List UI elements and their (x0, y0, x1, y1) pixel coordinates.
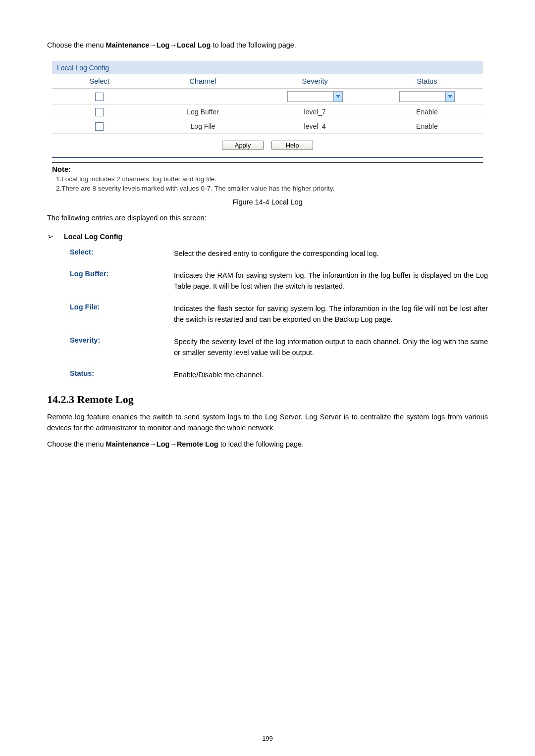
cell-status: Enable (371, 105, 483, 119)
cell-severity: level_7 (259, 105, 371, 119)
field-select: Select: Select the desired entry to conf… (70, 248, 488, 259)
field-label: Select: (70, 248, 174, 259)
select-all-checkbox[interactable] (95, 93, 104, 101)
note-block: Note: 1.Local log includes 2 channels: l… (52, 162, 483, 192)
field-definitions: Select: Select the desired entry to conf… (70, 248, 488, 381)
intro-text: The following entries are displayed on t… (47, 213, 488, 224)
field-desc: Indicates the flash sector for saving sy… (174, 303, 488, 325)
note-title: Note: (52, 165, 483, 173)
chevron-down-icon (445, 92, 454, 101)
panel-title: Local Log Config (52, 61, 483, 74)
menu-path: Maintenance→Log→Remote Log (106, 440, 218, 448)
col-status: Status (371, 74, 483, 89)
field-severity: Severity: Specify the severity level of … (70, 336, 488, 358)
section-title: Local Log Config (64, 233, 122, 241)
field-log-file: Log File: Indicates the flash sector for… (70, 303, 488, 325)
page-number: 199 (0, 735, 535, 742)
table-row: Log Buffer level_7 Enable (52, 105, 483, 119)
cell-severity: level_4 (259, 119, 371, 133)
menu-suffix: to load the following page. (211, 41, 296, 49)
col-severity: Severity (259, 74, 371, 89)
col-select: Select (52, 74, 147, 89)
menu-suffix: to load the following page. (218, 440, 304, 448)
cell-channel: Log Buffer (147, 105, 259, 119)
remote-log-paragraph: Remote log feature enables the switch to… (47, 412, 488, 434)
cell-channel: Log File (147, 119, 259, 133)
note-divider (52, 162, 483, 163)
field-label: Log File: (70, 303, 174, 325)
panel-button-bar: Apply Help (52, 134, 483, 157)
field-label: Log Buffer: (70, 270, 174, 292)
field-label: Status: (70, 369, 174, 380)
figure-caption: Figure 14-4 Local Log (47, 198, 488, 206)
field-desc: Select the desired entry to configure th… (174, 248, 488, 259)
note-line-2: 2.There are 8 severity levels marked wit… (56, 185, 483, 192)
severity-dropdown[interactable] (287, 91, 343, 102)
cell-status: Enable (371, 119, 483, 133)
menu-path-local: Choose the menu Maintenance→Log→Local Lo… (47, 40, 488, 51)
field-desc: Specify the severity level of the log in… (174, 336, 488, 358)
row-checkbox[interactable] (95, 108, 104, 116)
table-row: Log File level_4 Enable (52, 119, 483, 133)
table-row (52, 89, 483, 105)
config-table: Select Channel Severity Status (52, 74, 483, 134)
note-line-1: 1.Local log includes 2 channels: log buf… (56, 175, 483, 183)
col-channel: Channel (147, 74, 259, 89)
local-log-config-panel: Local Log Config Select Channel Severity… (52, 61, 483, 158)
field-desc: Enable/Disable the channel. (174, 369, 488, 380)
menu-path: Maintenance→Log→Local Log (106, 41, 211, 49)
menu-path-remote: Choose the menu Maintenance→Log→Remote L… (47, 439, 488, 450)
chevron-down-icon (333, 92, 342, 101)
cell-channel (147, 89, 259, 105)
field-label: Severity: (70, 336, 174, 358)
status-dropdown[interactable] (399, 91, 455, 102)
bullet-icon: ➢ (47, 232, 64, 241)
section-heading-remote-log: 14.2.3 Remote Log (47, 393, 488, 406)
menu-prefix: Choose the menu (47, 41, 106, 49)
help-button[interactable]: Help (271, 141, 313, 150)
table-header-row: Select Channel Severity Status (52, 74, 483, 89)
section-header: ➢ Local Log Config (47, 232, 488, 241)
apply-button[interactable]: Apply (222, 141, 264, 150)
field-desc: Indicates the RAM for saving system log.… (174, 270, 488, 292)
field-status: Status: Enable/Disable the channel. (70, 369, 488, 380)
menu-prefix: Choose the menu (47, 440, 106, 448)
row-checkbox[interactable] (95, 122, 104, 131)
field-log-buffer: Log Buffer: Indicates the RAM for saving… (70, 270, 488, 292)
